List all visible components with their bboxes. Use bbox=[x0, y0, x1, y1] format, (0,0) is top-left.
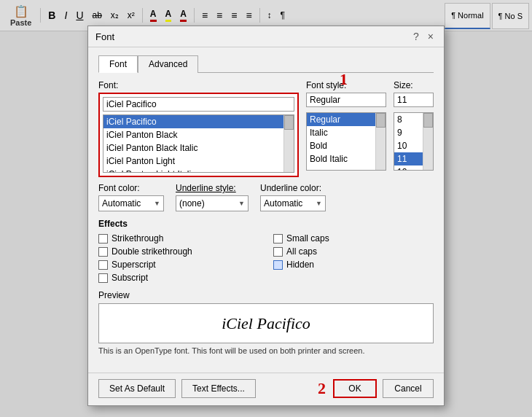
font-scroll-thumb bbox=[284, 115, 294, 130]
style-scrollbar[interactable] bbox=[375, 113, 386, 170]
strikethrough-effect[interactable]: Strikethrough bbox=[98, 233, 259, 243]
text-effects-button[interactable]: Text Effects... bbox=[181, 379, 256, 398]
style-item-3[interactable]: Bold Italic bbox=[307, 152, 386, 165]
effects-title: Effects bbox=[98, 219, 434, 229]
preview-note: This is an OpenType font. This font will… bbox=[98, 346, 434, 355]
effects-section: Effects Strikethrough Small caps Double … bbox=[98, 219, 434, 283]
font-label: Font: bbox=[98, 80, 299, 90]
font-input[interactable] bbox=[103, 97, 294, 112]
preview-text: iCiel Pacifico bbox=[222, 314, 310, 333]
font-item-3[interactable]: iCiel Panton Light bbox=[103, 155, 294, 168]
all-caps-effect[interactable]: All caps bbox=[273, 246, 434, 257]
underline-color-group: Underline color: Automatic ▼ bbox=[260, 183, 326, 211]
font-list[interactable]: iCiel Pacifico iCiel Panton Black iCiel … bbox=[103, 114, 294, 173]
size-input[interactable] bbox=[394, 93, 434, 107]
dialog-title: Font bbox=[95, 31, 114, 42]
underline-style-select[interactable]: (none) ▼ bbox=[176, 195, 249, 211]
font-field-group: Font: iCiel Pacifico iCiel Panton Black … bbox=[98, 80, 299, 177]
font-dialog: Font ? × Font Advanced 1 bbox=[87, 26, 445, 406]
size-scroll-thumb bbox=[423, 113, 433, 128]
preview-box: iCiel Pacifico bbox=[98, 303, 434, 343]
subscript-checkbox[interactable] bbox=[98, 273, 108, 283]
subscript-effect[interactable]: Subscript bbox=[98, 273, 259, 283]
font-color-group: Font color: Automatic ▼ bbox=[98, 183, 164, 211]
size-section: 8 9 10 11 12 bbox=[394, 93, 434, 171]
style-item-1[interactable]: Italic bbox=[307, 126, 386, 139]
preview-label: Preview bbox=[98, 290, 434, 300]
small-caps-effect[interactable]: Small caps bbox=[273, 233, 434, 243]
font-item-0[interactable]: iCiel Pacifico bbox=[103, 115, 294, 128]
dialog-titlebar: Font ? × bbox=[88, 26, 444, 47]
close-button[interactable]: × bbox=[425, 31, 437, 42]
titlebar-actions: ? × bbox=[410, 31, 437, 42]
font-row: Font: iCiel Pacifico iCiel Panton Black … bbox=[98, 80, 434, 177]
style-scroll-thumb bbox=[376, 113, 386, 128]
effects-grid: Strikethrough Small caps Double striketh… bbox=[98, 233, 434, 283]
font-scrollbar[interactable] bbox=[283, 115, 294, 172]
font-item-4[interactable]: iCiel Panton Light Italic bbox=[103, 168, 294, 172]
step-2-label: 2 bbox=[318, 379, 326, 398]
font-color-label: Font color: bbox=[98, 183, 164, 193]
font-list-inner: iCiel Pacifico iCiel Panton Black iCiel … bbox=[103, 115, 294, 172]
hidden-effect[interactable]: Hidden bbox=[273, 260, 434, 270]
set-default-button[interactable]: Set As Default bbox=[98, 379, 176, 398]
style-field-group: Font style: Regular Italic Bold Bold Ita… bbox=[306, 80, 386, 177]
superscript-effect[interactable]: Superscript bbox=[98, 260, 259, 270]
dialog-footer: Set As Default Text Effects... 2 OK Canc… bbox=[88, 373, 444, 405]
style-item-0[interactable]: Regular bbox=[307, 113, 386, 126]
font-item-2[interactable]: iCiel Panton Black Italic bbox=[103, 141, 294, 155]
cancel-button[interactable]: Cancel bbox=[383, 379, 434, 398]
dialog-tabs: Font Advanced bbox=[98, 55, 434, 73]
style-item-2[interactable]: Bold bbox=[307, 139, 386, 152]
font-color-select[interactable]: Automatic ▼ bbox=[98, 195, 164, 211]
strikethrough-checkbox[interactable] bbox=[98, 234, 108, 243]
modal-overlay: Font ? × Font Advanced 1 bbox=[0, 0, 532, 417]
underline-style-arrow: ▼ bbox=[238, 200, 245, 207]
size-scrollbar[interactable] bbox=[423, 113, 433, 170]
style-input[interactable] bbox=[306, 93, 386, 107]
style-section: Regular Italic Bold Bold Italic bbox=[306, 93, 386, 171]
font-section: iCiel Pacifico iCiel Panton Black iCiel … bbox=[98, 93, 299, 177]
font-color-arrow: ▼ bbox=[154, 200, 160, 207]
size-field-group: Size: 8 9 10 11 12 bbox=[394, 80, 434, 177]
superscript-checkbox[interactable] bbox=[98, 260, 108, 270]
size-label: Size: bbox=[394, 80, 434, 90]
hidden-checkbox[interactable] bbox=[273, 260, 283, 270]
ok-button[interactable]: OK bbox=[333, 379, 377, 398]
dialog-body: Font Advanced 1 Font: iCiel Pa bbox=[88, 47, 444, 373]
dropdowns-row: Font color: Automatic ▼ Underline style:… bbox=[98, 183, 434, 211]
double-strikethrough-checkbox[interactable] bbox=[98, 247, 108, 257]
all-caps-checkbox[interactable] bbox=[273, 247, 283, 257]
footer-right: 2 OK Cancel bbox=[318, 379, 434, 398]
underline-color-label: Underline color: bbox=[260, 183, 326, 193]
style-list[interactable]: Regular Italic Bold Bold Italic bbox=[306, 112, 386, 171]
help-button[interactable]: ? bbox=[410, 31, 422, 42]
underline-color-select[interactable]: Automatic ▼ bbox=[260, 195, 326, 211]
underline-style-group: Underline style: (none) ▼ bbox=[176, 183, 249, 211]
size-list[interactable]: 8 9 10 11 12 bbox=[394, 112, 434, 171]
small-caps-checkbox[interactable] bbox=[273, 234, 283, 243]
font-item-1[interactable]: iCiel Panton Black bbox=[103, 128, 294, 141]
preview-section: Preview iCiel Pacifico This is an OpenTy… bbox=[98, 290, 434, 355]
double-strikethrough-effect[interactable]: Double strikethrough bbox=[98, 246, 259, 257]
underline-style-label: Underline style: bbox=[176, 183, 249, 193]
underline-style-label-text: Underline style: bbox=[176, 183, 236, 193]
tab-font[interactable]: Font bbox=[98, 55, 138, 73]
step-1-label: 1 bbox=[340, 70, 348, 89]
footer-left: Set As Default Text Effects... bbox=[98, 379, 256, 398]
tab-advanced[interactable]: Advanced bbox=[138, 55, 198, 73]
underline-color-arrow: ▼ bbox=[316, 200, 322, 207]
